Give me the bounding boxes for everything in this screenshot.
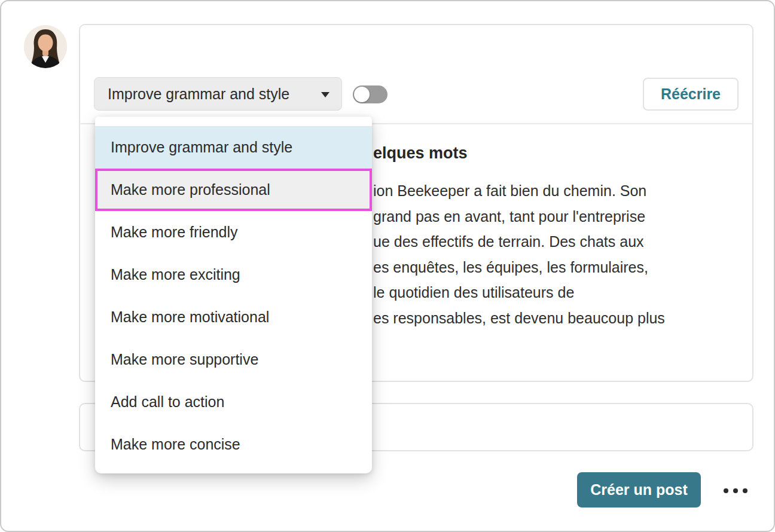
menu-item-make-more-exciting[interactable]: Make more exciting <box>95 253 372 296</box>
post-body-line: es responsables, est devenu beaucoup plu… <box>373 305 665 331</box>
post-body-line: grand pas en avant, tant pour l'entrepri… <box>373 204 665 230</box>
emoji-toggle[interactable] <box>353 85 388 103</box>
tone-dropdown-menu: Improve grammar and style Make more prof… <box>95 117 372 473</box>
post-body-line: es enquêtes, les équipes, les formulaire… <box>373 255 665 280</box>
post-body-line: le quotidien des utilisateurs de <box>373 280 665 305</box>
ellipsis-icon <box>733 488 738 493</box>
post-composer-window: B I U 1 2 <box>0 0 775 532</box>
menu-item-make-more-professional[interactable]: Make more professional <box>95 169 372 211</box>
tone-select-value: Improve grammar and style <box>108 85 289 103</box>
post-body-visible-text: ion Beekeeper a fait bien du chemin. Son… <box>373 178 665 331</box>
post-body-line: ue des effectifs de terrain. Des chats a… <box>373 229 665 255</box>
ellipsis-icon <box>724 488 728 493</box>
post-body-line: ion Beekeeper a fait bien du chemin. Son <box>373 178 665 204</box>
menu-item-make-more-motivational[interactable]: Make more motivational <box>95 296 372 338</box>
menu-item-make-more-supportive[interactable]: Make more supportive <box>95 338 372 381</box>
menu-item-make-more-concise[interactable]: Make more concise <box>95 423 372 466</box>
tone-select[interactable]: Improve grammar and style <box>94 77 342 111</box>
create-post-button[interactable]: Créer un post <box>577 472 701 507</box>
menu-item-make-more-friendly[interactable]: Make more friendly <box>95 211 372 253</box>
more-options-button[interactable] <box>720 482 751 500</box>
toggle-knob <box>354 87 370 102</box>
post-title-visible-text: elques mots <box>373 144 468 163</box>
menu-item-improve-grammar[interactable]: Improve grammar and style <box>95 126 372 169</box>
chevron-down-icon <box>321 92 329 97</box>
avatar <box>24 25 67 68</box>
rewrite-button[interactable]: Réécrire <box>643 78 739 111</box>
avatar-illustration <box>24 25 67 68</box>
ellipsis-icon <box>743 488 747 493</box>
menu-item-add-call-to-action[interactable]: Add call to action <box>95 381 372 423</box>
